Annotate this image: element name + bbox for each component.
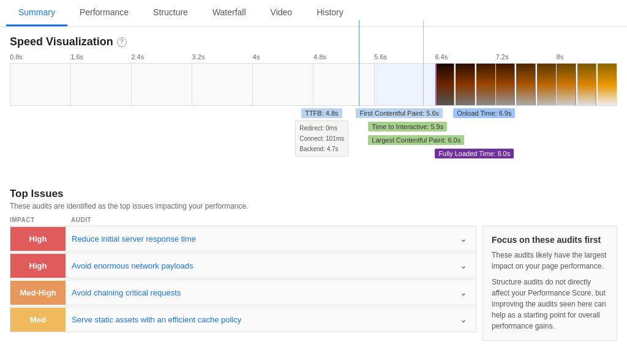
frame-8 <box>435 64 496 105</box>
timeline-annotations: TTFB: 4.8s Redirect: 0ms Connect: 101ms … <box>10 107 617 180</box>
audit-label-4[interactable]: Serve static assets with an efficient ca… <box>66 308 451 332</box>
frames-wrapper <box>10 63 617 106</box>
impact-badge-3: Med-High <box>10 281 66 305</box>
issues-section: Top Issues These audits are identified a… <box>10 188 617 341</box>
tab-summary[interactable]: Summary <box>6 0 67 26</box>
expand-icon-3[interactable]: ⌄ <box>451 280 476 305</box>
focus-panel-title: Focus on these audits first <box>492 235 608 245</box>
focus-panel-text2: Structure audits do not directly affect … <box>492 277 608 332</box>
focus-panel: Focus on these audits first These audits… <box>482 226 617 341</box>
label-08: 0.8s <box>10 53 70 61</box>
fcp-badge: First Contentful Paint: 5.6s <box>356 108 443 118</box>
issues-list: High Reduce initial server response time… <box>10 226 476 341</box>
fcp-vline <box>423 20 424 106</box>
audit-label-3[interactable]: Avoid chaining critical requests <box>66 281 451 305</box>
label-72: 7.2s <box>496 53 557 61</box>
speed-viz-title: Speed Visualization ? <box>10 35 617 48</box>
issues-table-header: IMPACT AUDIT <box>10 217 617 226</box>
expand-icon-4[interactable]: ⌄ <box>451 307 476 332</box>
label-80: 8s <box>557 53 617 61</box>
lcp-badge: Largest Contentful Paint: 6.0s <box>368 135 464 145</box>
label-40: 4s <box>253 53 314 61</box>
frame-5 <box>253 64 314 105</box>
focus-panel-text1: These audits likely have the largest imp… <box>492 250 608 272</box>
ttfb-vline <box>359 20 359 106</box>
help-icon[interactable]: ? <box>117 37 127 47</box>
impact-badge-1: High <box>10 227 66 251</box>
tab-waterfall[interactable]: Waterfall <box>200 0 258 26</box>
ttfb-connect: Connect: 101ms <box>299 133 344 144</box>
issues-table: IMPACT AUDIT High Reduce initial server … <box>10 217 617 341</box>
timeline-labels: 0.8s 1.6s 2.4s 3.2s 4s 4.8s 5.6s 6.4s 7.… <box>10 53 617 61</box>
issue-row-3: Med-High Avoid chaining critical request… <box>10 280 476 305</box>
ttfb-backend: Backend: 4.7s <box>299 144 344 154</box>
audit-label-1[interactable]: Reduce initial server response time <box>66 227 451 251</box>
tab-history[interactable]: History <box>304 0 356 26</box>
impact-col-header: IMPACT <box>10 217 71 223</box>
audit-label-2[interactable]: Avoid enormous network payloads <box>66 254 451 278</box>
ttfb-detail: Redirect: 0ms Connect: 101ms Backend: 4.… <box>295 121 348 157</box>
label-64: 6.4s <box>435 53 495 61</box>
tab-video[interactable]: Video <box>258 0 305 26</box>
issues-body: High Reduce initial server response time… <box>10 226 617 341</box>
flt-badge: Fully Loaded Time: 8.0s <box>435 149 514 158</box>
frame-6 <box>314 64 374 105</box>
tab-performance[interactable]: Performance <box>67 0 141 26</box>
issue-row-4: Med Serve static assets with an efficien… <box>10 306 476 332</box>
frame-9 <box>496 64 557 105</box>
issue-row-2: High Avoid enormous network payloads ⌄ <box>10 253 476 278</box>
tab-bar: Summary Performance Structure Waterfall … <box>0 0 627 27</box>
issues-subtitle: These audits are identified as the top i… <box>10 202 617 210</box>
label-48: 4.8s <box>314 53 374 61</box>
tab-structure[interactable]: Structure <box>141 0 200 26</box>
label-24: 2.4s <box>131 53 192 61</box>
issues-title: Top Issues <box>10 188 617 200</box>
ttfb-badge: TTFB: 4.8s <box>301 108 342 118</box>
label-16: 1.6s <box>70 53 131 61</box>
impact-badge-4: Med <box>10 308 66 332</box>
frame-4 <box>192 64 253 105</box>
frame-3 <box>132 64 192 105</box>
impact-badge-2: High <box>10 254 66 278</box>
audit-col-header: AUDIT <box>71 217 617 223</box>
timeline-container: 0.8s 1.6s 2.4s 3.2s 4s 4.8s 5.6s 6.4s 7.… <box>10 53 617 180</box>
tti-badge: Time to Interactive: 5.9s <box>368 122 447 132</box>
frame-2 <box>71 64 132 105</box>
ttfb-redirect: Redirect: 0ms <box>299 123 344 133</box>
issue-row-1: High Reduce initial server response time… <box>10 226 476 251</box>
label-32: 3.2s <box>192 53 253 61</box>
expand-icon-2[interactable]: ⌄ <box>451 253 476 278</box>
frame-1 <box>10 64 71 105</box>
expand-icon-1[interactable]: ⌄ <box>451 226 476 251</box>
label-56: 5.6s <box>374 53 435 61</box>
frame-10 <box>557 64 617 105</box>
onload-badge: Onload Time: 6.9s <box>453 108 515 118</box>
timeline-frames <box>10 63 617 106</box>
frame-7 <box>375 64 435 105</box>
